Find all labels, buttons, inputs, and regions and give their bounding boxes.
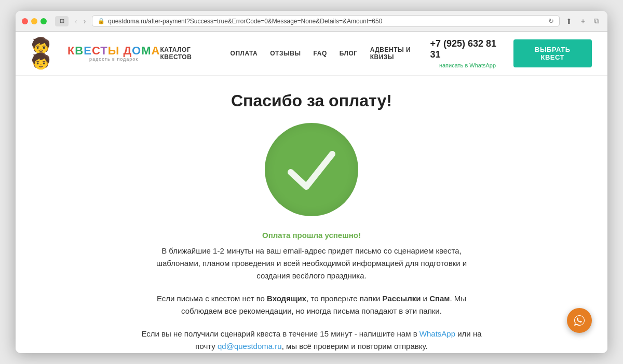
minimize-button[interactable] <box>31 18 37 24</box>
checkmark-icon <box>286 146 337 193</box>
page-title: Спасибо за оплату! <box>140 91 483 110</box>
sidebar-button[interactable]: ⧉ <box>592 16 601 26</box>
site-header: 🧒🧒 КВЕСТЫ ДОМА радость в подарок КАТАЛОГ… <box>16 32 607 76</box>
inbox-notice: Если письма с квестом нет во Входящих, т… <box>140 292 483 317</box>
back-button[interactable]: ‹ <box>73 16 79 26</box>
nav-reviews[interactable]: ОТЗЫВЫ <box>270 50 301 57</box>
logo-text-block: КВЕСТЫ ДОМА радость в подарок <box>67 45 160 62</box>
nav-buttons: ‹ › <box>73 16 88 26</box>
browser-window: ⊞ ‹ › 🔒 questdoma.ru/after-payment?Succe… <box>16 11 607 353</box>
chat-button[interactable] <box>567 308 592 333</box>
main-content: Спасибо за оплату! Оплата прошла успешно… <box>130 76 493 353</box>
forward-button[interactable]: › <box>82 16 88 26</box>
new-tab-button[interactable]: ＋ <box>577 16 589 27</box>
nav-blog[interactable]: БЛОГ <box>340 50 358 57</box>
maximize-button[interactable] <box>40 18 47 24</box>
success-label: Оплата прошла успешно! <box>140 231 483 240</box>
share-button[interactable]: ⬆ <box>564 16 574 26</box>
success-checkmark-circle <box>265 123 358 216</box>
whatsapp-header-link[interactable]: написать в WhatsApp <box>439 62 496 68</box>
logo-subtitle: радость в подарок <box>89 57 138 62</box>
logo-main-text: КВЕСТЫ ДОМА <box>67 45 160 57</box>
email-link[interactable]: qd@questdoma.ru <box>218 342 282 351</box>
description-text: В ближайшие 1-2 минуты на ваш email-адре… <box>140 245 483 282</box>
contact-text: Если вы не получили сценарий квеста в те… <box>140 328 483 353</box>
browser-chrome: ⊞ ‹ › 🔒 questdoma.ru/after-payment?Succe… <box>16 11 607 32</box>
phone-number: +7 (925) 632 81 31 <box>430 38 505 60</box>
refresh-icon: ↻ <box>548 17 554 25</box>
nav-payment[interactable]: ОПЛАТА <box>231 50 258 57</box>
lock-icon: 🔒 <box>98 18 105 24</box>
nav-catalog[interactable]: КАТАЛОГ КВЕСТОВ <box>160 46 218 61</box>
nav-faq[interactable]: FAQ <box>314 50 327 57</box>
chat-icon <box>573 314 586 327</box>
close-button[interactable] <box>22 18 28 24</box>
nav-advents[interactable]: АДВЕНТЫ И КВИЗЫ <box>370 46 430 61</box>
logo-area: 🧒🧒 КВЕСТЫ ДОМА радость в подарок <box>31 38 160 69</box>
browser-controls: ⊞ <box>55 16 69 26</box>
whatsapp-body-link[interactable]: WhatsApp <box>419 329 455 338</box>
grid-view-button[interactable]: ⊞ <box>55 16 69 26</box>
main-nav: КАТАЛОГ КВЕСТОВ ОПЛАТА ОТЗЫВЫ FAQ БЛОГ А… <box>160 46 430 61</box>
traffic-lights <box>22 18 47 24</box>
address-bar[interactable]: 🔒 questdoma.ru/after-payment?Success=tru… <box>92 15 560 27</box>
header-contact: +7 (925) 632 81 31 написать в WhatsApp <box>430 38 505 68</box>
browser-actions: ⬆ ＋ ⧉ <box>564 16 601 27</box>
url-text: questdoma.ru/after-payment?Success=true&… <box>108 18 545 25</box>
choose-quest-button[interactable]: ВЫБРАТЬ КВЕСТ <box>513 39 592 67</box>
logo-figures: 🧒🧒 <box>31 38 63 69</box>
page-content: 🧒🧒 КВЕСТЫ ДОМА радость в подарок КАТАЛОГ… <box>16 32 607 353</box>
